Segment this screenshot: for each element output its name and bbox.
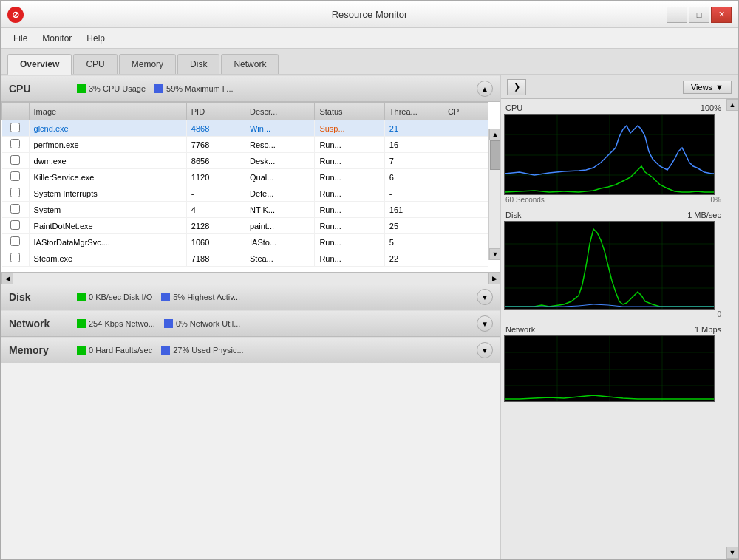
row-checkbox[interactable] [10, 204, 20, 214]
row-checkbox[interactable] [10, 123, 20, 132]
row-checkbox[interactable] [10, 236, 20, 246]
cpu-chart-footer: 60 Seconds 0% [504, 195, 723, 205]
row-desc: Reso... [245, 137, 314, 153]
vscroll-thumb[interactable] [490, 140, 500, 170]
table-row[interactable]: PaintDotNet.exe2128paint...Run...25 [2, 218, 488, 234]
table-row[interactable]: glcnd.exe4868Win...Susp...21 [2, 120, 488, 137]
row-pid: 1060 [186, 234, 245, 250]
disk-chart-max: 1 MB/sec [687, 211, 721, 219]
tab-disk[interactable]: Disk [177, 54, 219, 74]
cpu-chart-canvas [504, 114, 715, 195]
row-desc: paint... [245, 218, 314, 234]
menu-monitor[interactable]: Monitor [36, 31, 78, 46]
right-vscroll-track [726, 111, 738, 547]
disk-stat2: 5% Highest Activ... [161, 293, 240, 301]
table-row[interactable]: perfmon.exe7768Reso...Run...16 [2, 137, 488, 153]
cpu-section-header[interactable]: CPU 3% CPU Usage 59% Maximum F... ▲ [1, 75, 500, 102]
row-checkbox[interactable] [10, 155, 20, 165]
hscroll-left-btn[interactable]: ◀ [1, 273, 13, 284]
cpu-table-container: Image PID Descr... Status Threa... CP gl… [1, 102, 500, 272]
right-panel-vscrollbar[interactable]: ▲ ▼ [726, 99, 738, 559]
disk-chart-svg [505, 222, 715, 310]
disk-chart-min: 0 [717, 310, 721, 318]
row-cpu [443, 250, 488, 267]
row-status: Run... [315, 137, 384, 153]
memory-section-header[interactable]: Memory 0 Hard Faults/sec 27% Used Physic… [1, 337, 500, 363]
row-image: dwm.exe [29, 153, 186, 169]
right-vscroll-down[interactable]: ▼ [726, 547, 738, 559]
vscroll-down-btn[interactable]: ▼ [489, 248, 500, 260]
right-vscroll-up[interactable]: ▲ [726, 99, 738, 111]
menu-file[interactable]: File [7, 31, 33, 46]
cpu-chart-label: CPU [505, 103, 522, 112]
col-threads[interactable]: Threa... [384, 103, 443, 120]
cpu-chart-time: 60 Seconds [505, 196, 545, 204]
row-threads: 16 [384, 137, 443, 153]
disk-chart-label: Disk [505, 211, 521, 219]
row-cpu [443, 234, 488, 250]
col-pid[interactable]: PID [186, 103, 245, 120]
row-checkbox[interactable] [10, 139, 20, 148]
disk-section-header[interactable]: Disk 0 KB/sec Disk I/O 5% Highest Activ.… [1, 284, 500, 310]
network-section-header[interactable]: Network 254 Kbps Netwo... 0% Network Uti… [1, 310, 500, 337]
table-row[interactable]: dwm.exe8656Desk...Run...7 [2, 153, 488, 169]
table-row[interactable]: System4NT K...Run...161 [2, 202, 488, 218]
cpu-chevron[interactable]: ▲ [477, 81, 493, 97]
disk-stat1: 0 KB/sec Disk I/O [77, 293, 152, 301]
row-checkbox[interactable] [10, 188, 20, 197]
row-pid: 7768 [186, 137, 245, 153]
cpu-table-vscrollbar[interactable]: ▲ ▼ [488, 129, 500, 260]
menu-help[interactable]: Help [81, 31, 111, 46]
network-stat1: 254 Kbps Netwo... [77, 319, 155, 328]
tab-overview[interactable]: Overview [7, 54, 72, 75]
row-checkbox[interactable] [10, 220, 20, 230]
row-image: Steam.exe [29, 250, 186, 267]
col-check [2, 103, 30, 120]
col-status[interactable]: Status [315, 103, 384, 120]
network-chevron[interactable]: ▼ [477, 315, 493, 332]
cpu-stat1-icon [77, 84, 86, 93]
cpu-table: Image PID Descr... Status Threa... CP gl… [1, 102, 488, 267]
tab-memory[interactable]: Memory [119, 54, 176, 74]
row-checkbox[interactable] [10, 171, 20, 181]
vscroll-track [489, 140, 500, 248]
col-cpu[interactable]: CP [443, 103, 488, 120]
table-row[interactable]: IAStorDataMgrSvc....1060IASto...Run...5 [2, 234, 488, 250]
disk-chart-header: Disk 1 MB/sec [504, 209, 723, 221]
minimize-button[interactable]: — [667, 7, 687, 23]
menu-bar: File Monitor Help [1, 28, 738, 49]
views-arrow-icon: ▼ [715, 83, 723, 92]
row-pid: 7188 [186, 250, 245, 267]
maximize-button[interactable]: □ [689, 7, 709, 23]
cpu-chart-svg [505, 115, 715, 195]
cpu-section-title: CPU [9, 83, 68, 95]
row-checkbox[interactable] [10, 253, 20, 262]
row-status: Susp... [315, 120, 384, 137]
views-button[interactable]: Views ▼ [683, 81, 732, 94]
row-image: System Interrupts [29, 185, 186, 202]
row-threads: 25 [384, 218, 443, 234]
hscroll-track [13, 273, 488, 284]
table-row[interactable]: KillerService.exe1120Qual...Run...6 [2, 169, 488, 185]
row-threads: 7 [384, 153, 443, 169]
tab-cpu[interactable]: CPU [73, 54, 117, 74]
memory-chevron[interactable]: ▼ [477, 342, 493, 358]
col-desc[interactable]: Descr... [245, 103, 314, 120]
row-image: KillerService.exe [29, 169, 186, 185]
nav-forward-btn[interactable]: ❯ [507, 79, 526, 95]
vscroll-up-btn[interactable]: ▲ [489, 129, 500, 140]
row-pid: 4 [186, 202, 245, 218]
row-status: Run... [315, 250, 384, 267]
row-pid: - [186, 185, 245, 202]
cpu-table-hscrollbar[interactable]: ◀ ▶ [1, 272, 500, 284]
disk-chevron[interactable]: ▼ [477, 289, 493, 305]
left-panel: CPU 3% CPU Usage 59% Maximum F... ▲ [1, 75, 501, 559]
tab-network[interactable]: Network [221, 54, 279, 74]
hscroll-right-btn[interactable]: ▶ [488, 273, 500, 284]
row-pid: 2128 [186, 218, 245, 234]
table-row[interactable]: System Interrupts-Defe...Run...- [2, 185, 488, 202]
table-row[interactable]: Steam.exe7188Stea...Run...22 [2, 250, 488, 267]
col-image[interactable]: Image [29, 103, 186, 120]
network-stat1-icon [77, 319, 86, 328]
close-button[interactable]: ✕ [711, 7, 732, 23]
